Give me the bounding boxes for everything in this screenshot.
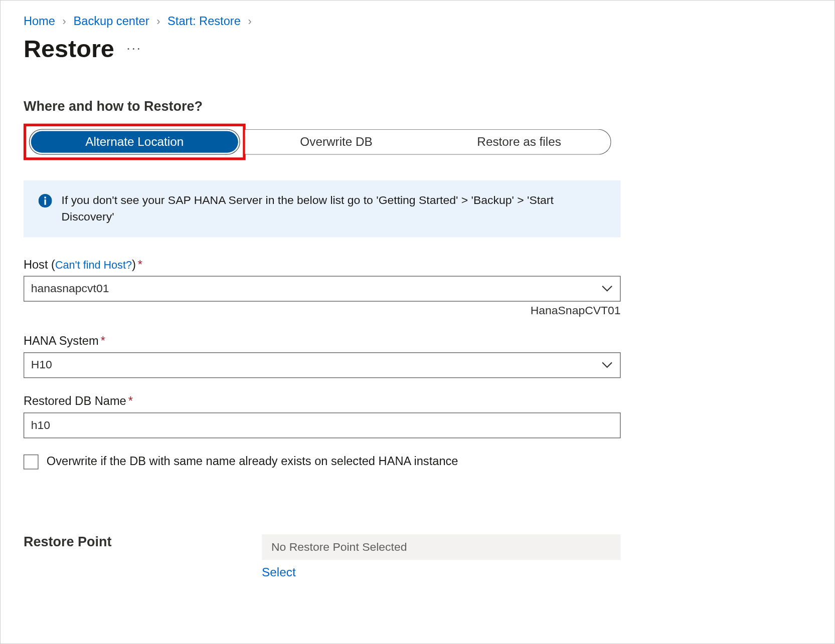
section-heading: Where and how to Restore? (24, 99, 811, 114)
restore-point-label: Restore Point (24, 534, 262, 579)
host-helper-text: HanaSnapCVT01 (24, 304, 621, 318)
breadcrumb-start-restore[interactable]: Start: Restore (168, 14, 241, 28)
hana-system-select[interactable]: H10 (24, 352, 621, 377)
tab-alternate-location[interactable]: Alternate Location (30, 130, 240, 154)
restored-db-label: Restored DB Name* (24, 394, 621, 408)
host-select[interactable]: hanasnapcvt01 (24, 276, 621, 301)
page-title: Restore (24, 35, 114, 64)
svg-rect-1 (44, 199, 46, 205)
overwrite-checkbox[interactable] (24, 454, 39, 469)
svg-rect-2 (44, 197, 46, 199)
tab-restore-as-files[interactable]: Restore as files (428, 130, 610, 154)
hana-system-label: HANA System* (24, 334, 621, 348)
overwrite-checkbox-label: Overwrite if the DB with same name alrea… (47, 455, 458, 469)
breadcrumb: Home › Backup center › Start: Restore › (24, 14, 811, 28)
restore-point-select-link[interactable]: Select (262, 565, 296, 579)
info-icon (39, 194, 52, 207)
info-text: If you don't see your SAP HANA Server in… (62, 192, 606, 225)
cant-find-host-link[interactable]: Can't find Host? (55, 259, 132, 270)
chevron-right-icon: › (248, 16, 252, 27)
highlight-marker: Alternate Location (24, 124, 246, 160)
chevron-right-icon: › (63, 16, 66, 27)
breadcrumb-backup-center[interactable]: Backup center (73, 14, 149, 28)
tab-overwrite-db[interactable]: Overwrite DB (245, 130, 428, 154)
host-label: Host (Can't find Host?)* (24, 257, 621, 271)
chevron-right-icon: › (156, 16, 160, 27)
info-banner: If you don't see your SAP HANA Server in… (24, 180, 621, 237)
overwrite-checkbox-row: Overwrite if the DB with same name alrea… (24, 454, 811, 469)
restore-point-value: No Restore Point Selected (262, 534, 620, 560)
restored-db-input[interactable] (24, 412, 621, 438)
more-icon[interactable]: ··· (126, 40, 142, 58)
breadcrumb-home[interactable]: Home (24, 14, 55, 28)
restore-mode-tabs: Alternate Location Overwrite DB Restore … (24, 124, 811, 160)
